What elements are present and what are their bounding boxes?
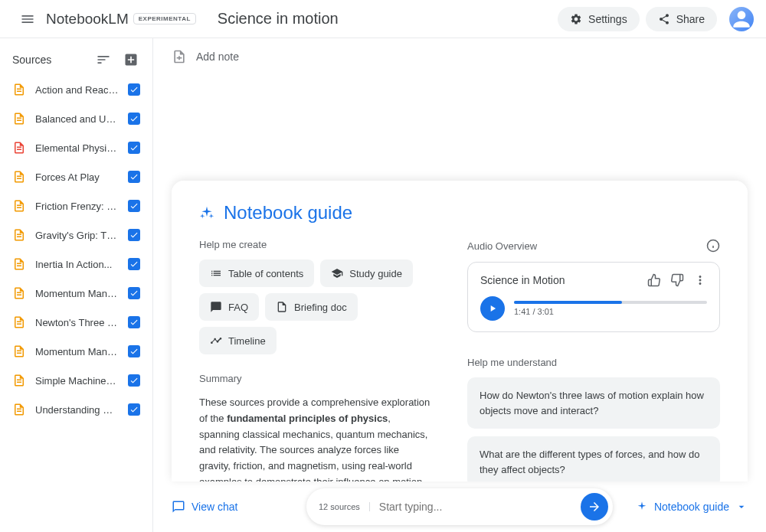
source-item[interactable]: Momentum Mania: Inves...	[0, 279, 152, 308]
notebook-guide-label: Notebook guide	[654, 501, 729, 513]
timeline-label: Timeline	[228, 335, 266, 347]
source-checkbox[interactable]	[128, 287, 140, 299]
add-note-button[interactable]: Add note	[153, 38, 766, 75]
source-item[interactable]: Gravity's Grip: The Forc...	[0, 220, 152, 250]
source-name: Elemental Physics, Third...	[35, 142, 119, 154]
source-item[interactable]: Action and Reaction	[0, 75, 152, 104]
source-checkbox[interactable]	[128, 200, 140, 212]
check-icon	[129, 114, 139, 123]
audio-card: Science in Motion	[467, 262, 720, 332]
study-chip[interactable]: Study guide	[320, 259, 413, 287]
source-checkbox[interactable]	[128, 374, 140, 387]
thumbs-down-icon[interactable]	[670, 273, 684, 287]
time-text: 1:41 / 3:01	[514, 307, 707, 316]
source-item[interactable]: Inertia In Action...	[0, 250, 152, 279]
source-item[interactable]: Elemental Physics, Third...	[0, 133, 152, 162]
question-card[interactable]: How do Newton's three laws of motion exp…	[467, 377, 720, 429]
question-card[interactable]: What are the different types of forces, …	[467, 436, 720, 481]
document-icon	[12, 228, 26, 242]
view-chat-button[interactable]: View chat	[172, 500, 294, 514]
source-checkbox[interactable]	[128, 83, 140, 96]
toc-chip[interactable]: Table of contents	[199, 259, 314, 287]
share-label: Share	[676, 13, 705, 25]
summary-label: Summary	[199, 373, 430, 384]
experimental-badge: EXPERIMENTAL	[133, 13, 196, 24]
avatar-icon	[729, 7, 754, 31]
faq-label: FAQ	[228, 302, 248, 313]
source-checkbox[interactable]	[128, 171, 140, 183]
info-icon[interactable]	[706, 239, 720, 253]
logo-area: NotebookLM EXPERIMENTAL	[46, 11, 196, 28]
timeline-chip[interactable]: Timeline	[199, 327, 277, 354]
source-checkbox[interactable]	[128, 345, 140, 357]
chat-input[interactable]	[379, 501, 571, 513]
share-button[interactable]: Share	[646, 7, 717, 31]
view-chat-label: View chat	[192, 501, 237, 513]
source-item[interactable]: Balanced and Unbalance...	[0, 104, 152, 133]
filter-button[interactable]	[94, 51, 113, 69]
menu-button[interactable]	[12, 4, 43, 34]
settings-label: Settings	[588, 13, 627, 25]
check-icon	[129, 318, 139, 327]
briefing-label: Briefing doc	[294, 302, 347, 313]
notebook-guide-button[interactable]: Notebook guide	[625, 501, 748, 513]
sidebar-title: Sources	[12, 54, 51, 66]
source-checkbox[interactable]	[128, 258, 140, 270]
guide-columns: Help me create Table of contents Study g…	[199, 239, 720, 481]
check-icon	[129, 259, 139, 269]
svg-point-0	[738, 11, 746, 19]
source-name: Inertia In Action...	[35, 259, 119, 270]
study-label: Study guide	[349, 268, 402, 279]
source-item[interactable]: Simple Machines Make...	[0, 366, 152, 395]
sources-count: 12 sources	[319, 502, 370, 511]
document-icon	[12, 199, 26, 213]
play-button[interactable]	[480, 296, 505, 321]
source-checkbox[interactable]	[128, 229, 140, 241]
progress-area[interactable]: 1:41 / 3:01	[514, 301, 707, 316]
send-button[interactable]	[581, 493, 608, 521]
thumbs-up-icon[interactable]	[647, 273, 661, 287]
progress-fill	[514, 301, 622, 304]
settings-button[interactable]: Settings	[558, 7, 640, 31]
timeline-icon	[210, 335, 222, 347]
source-item[interactable]: Newton's Three Laws...	[0, 308, 152, 337]
document-icon	[12, 315, 26, 329]
hamburger-icon	[20, 11, 35, 27]
document-icon	[12, 83, 26, 96]
chat-input-pill: 12 sources	[306, 488, 613, 525]
chat-bubble-icon	[172, 500, 185, 514]
source-item[interactable]: Understanding Speed, Ve...	[0, 395, 152, 424]
source-checkbox[interactable]	[128, 113, 140, 125]
avatar[interactable]	[729, 7, 754, 31]
source-item[interactable]: Momentum Mania: Inves...	[0, 337, 152, 366]
guide-title-text: Notebook guide	[224, 202, 352, 224]
header: NotebookLM EXPERIMENTAL Science in motio…	[0, 0, 766, 38]
chevron-down-icon	[735, 501, 748, 513]
source-item[interactable]: Friction Frenzy: Explorin...	[0, 191, 152, 220]
document-icon	[12, 344, 26, 358]
more-vert-icon[interactable]	[693, 273, 707, 287]
source-name: Momentum Mania: Inves...	[35, 288, 119, 299]
check-icon	[129, 85, 139, 94]
source-checkbox[interactable]	[128, 142, 140, 154]
progress-bar[interactable]	[514, 301, 707, 304]
source-item[interactable]: Forces At Play	[0, 162, 152, 191]
audio-overview-label: Audio Overview	[467, 240, 537, 252]
document-icon	[12, 403, 26, 416]
audio-top: Science in Motion	[480, 273, 707, 287]
check-icon	[129, 143, 139, 152]
doc-icon	[276, 301, 288, 313]
faq-chip[interactable]: FAQ	[199, 293, 259, 321]
guide-left: Help me create Table of contents Study g…	[199, 239, 430, 481]
source-name: Newton's Three Laws...	[35, 317, 119, 328]
arrow-right-icon	[588, 500, 601, 514]
questions-list: How do Newton's three laws of motion exp…	[467, 377, 720, 481]
briefing-chip[interactable]: Briefing doc	[265, 293, 358, 321]
check-icon	[129, 405, 139, 414]
add-source-button[interactable]	[122, 51, 140, 69]
overview-header: Audio Overview	[467, 239, 720, 253]
source-checkbox[interactable]	[128, 316, 140, 328]
document-icon	[12, 112, 26, 126]
source-checkbox[interactable]	[128, 403, 140, 416]
check-icon	[129, 376, 139, 385]
